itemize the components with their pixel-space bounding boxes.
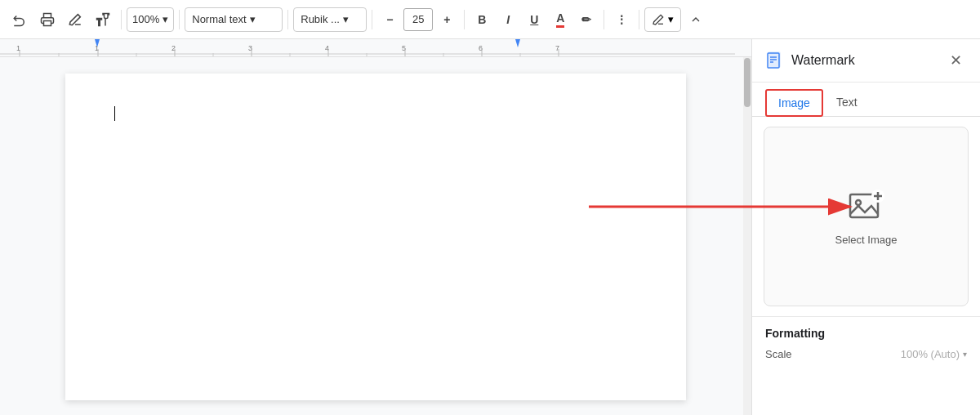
watermark-panel: Watermark ✕ Image Text xyxy=(751,39,980,415)
image-upload-area[interactable]: Select Image xyxy=(764,127,969,306)
font-chevron: ▾ xyxy=(343,13,349,25)
font-label: Rubik ... xyxy=(301,13,340,25)
scrollbar[interactable] xyxy=(743,57,751,415)
watermark-tabs: Image Text xyxy=(752,83,980,116)
divider-6 xyxy=(604,10,604,29)
font-size-increase[interactable]: + xyxy=(434,7,459,32)
watermark-content: Select Image Formatting Scale 100% (Auto… xyxy=(752,117,980,415)
style-label: Normal text xyxy=(192,13,246,25)
ruler: 1 1 2 3 4 5 6 7 xyxy=(0,39,751,57)
divider-1 xyxy=(121,10,122,29)
tab-image[interactable]: Image xyxy=(765,89,823,117)
pen-tool-button[interactable]: ▾ xyxy=(644,7,681,32)
divider-7 xyxy=(639,10,639,29)
divider-5 xyxy=(464,10,465,29)
highlight-button[interactable]: ✏ xyxy=(574,7,599,32)
divider-3 xyxy=(287,10,288,29)
document-page[interactable] xyxy=(65,74,686,400)
print-button[interactable] xyxy=(34,7,60,33)
font-size-box: − + xyxy=(377,7,459,32)
bold-button[interactable]: B xyxy=(470,7,494,32)
scale-value-text: 100% (Auto) xyxy=(901,348,960,360)
zoom-chevron: ▾ xyxy=(163,13,168,25)
watermark-header: Watermark ✕ xyxy=(752,39,980,83)
text-cursor xyxy=(114,106,115,121)
style-chevron: ▾ xyxy=(250,13,256,25)
document-area: 1 1 2 3 4 5 6 7 xyxy=(0,39,751,415)
divider-4 xyxy=(372,10,372,29)
spell-check-button[interactable] xyxy=(62,7,88,33)
paint-format-button[interactable] xyxy=(90,7,116,33)
main-area: 1 1 2 3 4 5 6 7 xyxy=(0,39,980,415)
scale-chevron-icon: ▾ xyxy=(963,350,967,359)
page-container[interactable] xyxy=(0,57,751,415)
toolbar: 100% ▾ Normal text ▾ Rubik ... ▾ − + B I… xyxy=(0,0,980,39)
collapse-toolbar-button[interactable] xyxy=(683,7,709,33)
font-selector[interactable]: Rubik ... ▾ xyxy=(293,7,367,32)
text-color-button[interactable]: A xyxy=(548,7,572,32)
scale-dropdown[interactable]: 100% (Auto) ▾ xyxy=(901,348,967,360)
font-size-decrease[interactable]: − xyxy=(377,7,402,32)
italic-button[interactable]: I xyxy=(496,7,520,32)
underline-button[interactable]: U xyxy=(522,7,546,32)
watermark-tabs-container: Image Text xyxy=(752,83,980,117)
select-image-icon xyxy=(847,188,886,227)
more-options-button[interactable]: ⋮ xyxy=(609,7,634,32)
svg-point-37 xyxy=(856,200,861,205)
zoom-value: 100% xyxy=(132,13,159,25)
svg-rect-2 xyxy=(0,39,735,57)
divider-2 xyxy=(179,10,180,29)
font-size-input[interactable] xyxy=(403,8,433,31)
scroll-thumb[interactable] xyxy=(744,58,751,107)
formatting-title: Formatting xyxy=(765,327,967,340)
scale-label: Scale xyxy=(765,348,792,360)
watermark-panel-title: Watermark xyxy=(791,53,855,68)
zoom-selector[interactable]: 100% ▾ xyxy=(127,7,174,32)
select-image-label: Select Image xyxy=(835,234,898,246)
style-selector[interactable]: Normal text ▾ xyxy=(185,7,283,32)
scale-row: Scale 100% (Auto) ▾ xyxy=(765,348,967,360)
pen-chevron: ▾ xyxy=(668,13,674,25)
svg-rect-0 xyxy=(44,20,51,25)
watermark-close-button[interactable]: ✕ xyxy=(944,49,967,72)
watermark-title-group: Watermark xyxy=(765,51,855,70)
undo-button[interactable] xyxy=(7,7,33,33)
formatting-section: Formatting Scale 100% (Auto) ▾ xyxy=(752,316,980,370)
watermark-panel-icon xyxy=(765,51,785,70)
tab-text[interactable]: Text xyxy=(823,89,871,117)
